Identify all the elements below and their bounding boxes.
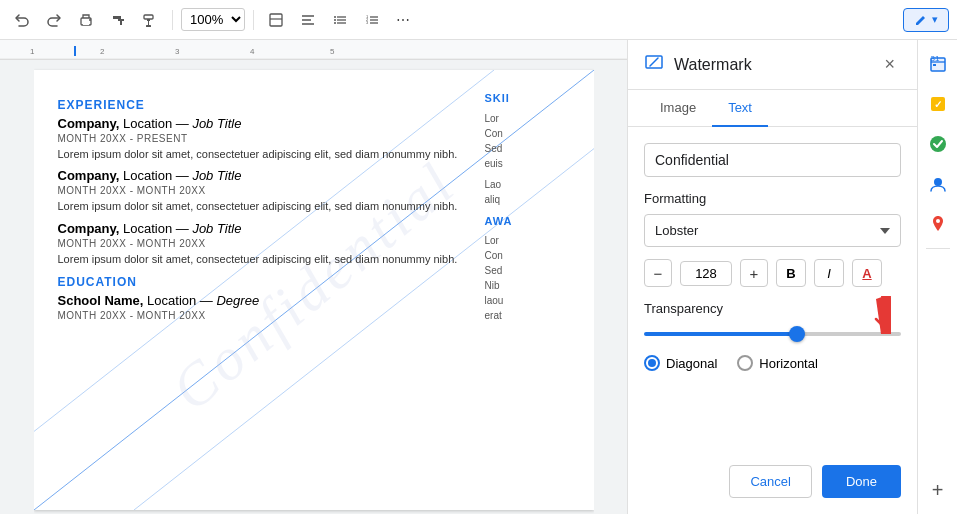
svg-text:3: 3 <box>175 47 180 56</box>
tasks-icon[interactable]: ✓ <box>922 88 954 120</box>
panel-body: Formatting Lobster Arial Times New Roman… <box>628 127 917 465</box>
right-text-12: erat <box>485 308 570 323</box>
undo-button[interactable] <box>8 8 36 32</box>
ruler: 1 2 3 4 5 <box>0 40 627 60</box>
entry-3-body: Lorem ipsum dolor sit amet, consectetuer… <box>58 252 477 267</box>
right-text-5: Lao <box>485 177 570 192</box>
pen-button[interactable]: ▾ <box>903 8 949 32</box>
diagonal-label: Diagonal <box>666 356 717 371</box>
zoom-select[interactable]: 100% 75% 125% 150% <box>181 8 245 31</box>
svg-rect-36 <box>933 64 936 66</box>
svg-point-42 <box>936 219 940 223</box>
svg-text:4: 4 <box>250 47 255 56</box>
size-input[interactable] <box>680 261 732 286</box>
cancel-button[interactable]: Cancel <box>729 465 811 498</box>
horizontal-label: Horizontal <box>759 356 818 371</box>
school-dates: MONTH 20XX - MONTH 20XX <box>58 310 477 321</box>
svg-text:31: 31 <box>930 54 939 63</box>
color-button[interactable]: A <box>852 259 882 287</box>
right-text-10: Nib <box>485 278 570 293</box>
education-label: EDUCATION <box>58 275 477 289</box>
toolbar: 100% 75% 125% 150% 123 ⋯ ▾ <box>0 0 957 40</box>
tab-image[interactable]: Image <box>644 90 712 127</box>
paint-format-button[interactable] <box>104 8 132 32</box>
panel-header: Watermark × <box>628 40 917 90</box>
right-text-4: euis <box>485 156 570 171</box>
paint-roller-button[interactable] <box>136 8 164 32</box>
watermark-panel-icon <box>644 52 664 77</box>
right-text-3: Sed <box>485 141 570 156</box>
school-title: School Name, Location — Degree <box>58 293 477 308</box>
entry-3-title: Company, Location — Job Title <box>58 221 477 236</box>
experience-label: EXPERIENCE <box>58 98 477 112</box>
document-area: 1 2 3 4 5 Confiden <box>0 40 627 514</box>
toolbar-divider-1 <box>172 10 173 30</box>
svg-rect-4 <box>147 19 150 21</box>
document-page: Confidential EXPERIENCE Company, Locatio… <box>34 70 594 510</box>
svg-rect-5 <box>148 21 149 25</box>
entry-2-title: Company, Location — Job Title <box>58 168 477 183</box>
right-text-8: Con <box>485 248 570 263</box>
done-button[interactable]: Done <box>822 465 901 498</box>
svg-rect-6 <box>146 25 151 27</box>
entry-2-body: Lorem ipsum dolor sit amet, consectetuer… <box>58 199 477 214</box>
toolbar-divider-2 <box>253 10 254 30</box>
right-text-1: Lor <box>485 111 570 126</box>
transparency-label: Transparency <box>644 301 901 316</box>
awards-label: AWA <box>485 213 570 230</box>
svg-rect-3 <box>144 15 153 19</box>
panel-close-button[interactable]: × <box>878 52 901 77</box>
formatting-label: Formatting <box>644 191 901 206</box>
panel-actions: Cancel Done <box>628 465 917 514</box>
page-layout-button[interactable] <box>262 8 290 32</box>
print-button[interactable] <box>72 8 100 32</box>
check-circle-icon[interactable] <box>922 128 954 160</box>
size-minus-button[interactable]: − <box>644 259 672 287</box>
svg-point-2 <box>89 19 91 21</box>
right-text-11: laou <box>485 293 570 308</box>
right-text-2: Con <box>485 126 570 141</box>
page-container: Confidential EXPERIENCE Company, Locatio… <box>34 60 594 514</box>
entry-1-body: Lorem ipsum dolor sit amet, consectetuer… <box>58 147 477 162</box>
svg-text:5: 5 <box>330 47 335 56</box>
orientation-row: Diagonal Horizontal <box>644 355 901 371</box>
align-button[interactable] <box>294 8 322 32</box>
list-button[interactable] <box>326 8 354 32</box>
svg-rect-1 <box>83 21 89 25</box>
right-column: SKII Lor Con Sed euis Lao aliq AWA Lor C… <box>485 90 570 324</box>
right-text-7: Lor <box>485 233 570 248</box>
diagonal-radio[interactable] <box>644 355 660 371</box>
svg-point-41 <box>934 178 942 186</box>
numbered-list-button[interactable]: 123 <box>358 8 386 32</box>
right-text-6: aliq <box>485 192 570 207</box>
skills-label: SKII <box>485 90 570 107</box>
size-plus-button[interactable]: + <box>740 259 768 287</box>
calendar-icon[interactable]: 31 <box>922 48 954 80</box>
maps-icon[interactable] <box>922 208 954 240</box>
watermark-text-input[interactable] <box>644 143 901 177</box>
font-select[interactable]: Lobster Arial Times New Roman Georgia <box>644 214 901 247</box>
transparency-slider[interactable] <box>644 332 901 336</box>
slider-container <box>644 324 901 339</box>
add-button[interactable]: + <box>922 474 954 506</box>
entry-1-title: Company, Location — Job Title <box>58 116 477 131</box>
tab-text[interactable]: Text <box>712 90 768 127</box>
svg-text:✓: ✓ <box>934 99 942 110</box>
diagonal-option[interactable]: Diagonal <box>644 355 717 371</box>
entry-3-dates: MONTH 20XX - MONTH 20XX <box>58 238 477 249</box>
italic-button[interactable]: I <box>814 259 844 287</box>
redo-button[interactable] <box>40 8 68 32</box>
panel-title: Watermark <box>674 56 868 74</box>
svg-text:3: 3 <box>366 20 369 25</box>
main-area: 1 2 3 4 5 Confiden <box>0 40 957 514</box>
svg-point-15 <box>334 16 336 18</box>
more-button[interactable]: ⋯ <box>390 8 416 32</box>
panel-tabs: Image Text <box>628 90 917 127</box>
horizontal-radio[interactable] <box>737 355 753 371</box>
horizontal-option[interactable]: Horizontal <box>737 355 818 371</box>
profile-icon[interactable] <box>922 168 954 200</box>
bold-button[interactable]: B <box>776 259 806 287</box>
svg-point-40 <box>930 136 946 152</box>
entry-2-dates: MONTH 20XX - MONTH 20XX <box>58 185 477 196</box>
svg-point-16 <box>334 19 336 21</box>
